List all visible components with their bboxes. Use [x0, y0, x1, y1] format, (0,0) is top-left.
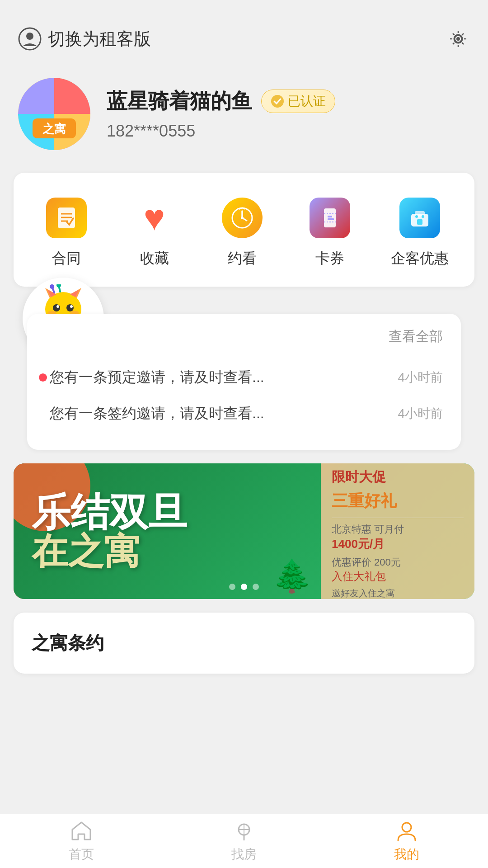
svg-rect-21 [328, 218, 334, 220]
nav-find-room-label: 找房 [231, 846, 257, 863]
svg-rect-26 [417, 219, 422, 225]
notification-item-1[interactable]: 您有一条预定邀请，请及时查看... 4小时前 [50, 359, 443, 396]
banner-right: MOAE | 之寓 元旦好房 限时大促 三重好礼 北京特惠 可月付 1400元/… [321, 463, 474, 599]
verified-text: 已认证 [288, 93, 326, 110]
heart-icon: ♥ [144, 200, 165, 236]
nav-home[interactable]: 首页 [36, 820, 127, 863]
svg-point-41 [50, 284, 54, 289]
svg-point-33 [53, 304, 60, 311]
svg-point-36 [70, 305, 73, 308]
svg-rect-20 [328, 216, 332, 217]
coupon-icon [310, 198, 350, 238]
svg-point-24 [415, 215, 418, 218]
svg-text:之寓: 之寓 [42, 122, 66, 136]
svg-point-16 [241, 217, 244, 219]
action-favorites[interactable]: ♥ 收藏 [127, 195, 182, 269]
enterprise-icon-wrap [397, 195, 442, 241]
dot-1 [229, 584, 235, 590]
unread-dot-1 [39, 373, 47, 382]
action-enterprise-label: 企客优惠 [391, 249, 449, 269]
banner-title-1: 乐结双旦 [32, 492, 312, 533]
switch-icon [18, 27, 42, 51]
notification-time-1: 4小时前 [398, 369, 443, 386]
banner-promo-title: 限时大促 [332, 468, 464, 486]
notification-time-2: 4小时前 [398, 405, 443, 422]
action-contract-label: 合同 [52, 249, 81, 269]
contract-icon-wrap [44, 195, 89, 241]
svg-point-35 [56, 305, 59, 308]
nav-find-room[interactable]: 找房 [199, 820, 289, 863]
favorites-icon-wrap: ♥ [132, 195, 177, 241]
avatar[interactable]: 之寓 [18, 78, 90, 150]
banner-left: 乐结双旦 在之寓 🌲 [14, 463, 321, 599]
promo-d3: 优惠评价 200元 [332, 556, 464, 569]
banner-dots [229, 584, 259, 590]
profile-name-row: 蓝星骑着猫的鱼 已认证 [107, 87, 335, 115]
action-coupon-label: 卡券 [315, 249, 344, 269]
action-appointment-label: 约看 [228, 249, 257, 269]
dot-2 [241, 584, 247, 590]
quick-actions-card: 合同 ♥ 收藏 约看 [14, 173, 474, 287]
svg-point-25 [422, 215, 424, 218]
promo-d4: 入住大礼包 [332, 569, 464, 584]
svg-point-1 [26, 33, 33, 40]
action-enterprise[interactable]: 企客优惠 [391, 195, 449, 269]
terms-card[interactable]: 之寓条约 [14, 613, 474, 674]
nav-mine-label: 我的 [394, 846, 419, 863]
svg-point-34 [66, 304, 74, 311]
banner-promo-sub: 三重好礼 [332, 490, 464, 512]
notification-item-2[interactable]: 您有一条签约邀请，请及时查看... 4小时前 [50, 396, 443, 432]
switch-tenant-btn[interactable]: 切换为租客版 [18, 27, 151, 51]
banner-brand: MOAE | 之寓 元旦好房 [332, 463, 464, 464]
find-room-icon [233, 820, 255, 842]
promo-d2: 1400元/月 [332, 536, 464, 552]
settings-icon[interactable] [446, 27, 470, 51]
view-all-btn[interactable]: 查看全部 [389, 327, 443, 346]
notification-text-1: 您有一条预定邀请，请及时查看... [50, 368, 264, 387]
mine-icon [395, 820, 418, 842]
switch-label: 切换为租客版 [48, 28, 151, 51]
verified-badge: 已认证 [261, 90, 335, 113]
svg-rect-17 [324, 208, 336, 227]
terms-title: 之寓条约 [32, 633, 104, 653]
notification-text-2: 您有一条签约邀请，请及时查看... [50, 404, 264, 424]
clock-icon [222, 198, 263, 238]
contract-icon [46, 198, 87, 238]
enterprise-icon [399, 198, 440, 238]
notification-list: 您有一条预定邀请，请及时查看... 4小时前 您有一条签约邀请，请及时查看...… [45, 359, 443, 432]
banner-text: 乐结双旦 在之寓 [32, 492, 312, 571]
nav-home-label: 首页 [69, 846, 94, 863]
verified-icon [271, 94, 284, 108]
svg-point-4 [456, 37, 460, 41]
profile-name: 蓝星骑着猫的鱼 [107, 87, 252, 115]
action-coupon[interactable]: 卡券 [303, 195, 357, 269]
dot-3 [253, 584, 259, 590]
banner[interactable]: 乐结双旦 在之寓 🌲 MOAE | 之寓 元旦好房 限时大促 三重好礼 北京特惠… [14, 463, 474, 599]
profile-info: 蓝星骑着猫的鱼 已认证 182****0555 [107, 87, 335, 141]
banner-inner: 乐结双旦 在之寓 🌲 MOAE | 之寓 元旦好房 限时大促 三重好礼 北京特惠… [14, 463, 474, 599]
action-favorites-label: 收藏 [140, 249, 169, 269]
notification-header: 查看全部 [45, 323, 443, 359]
profile-phone: 182****0555 [107, 122, 335, 141]
svg-point-8 [271, 95, 284, 108]
notification-section: 查看全部 您有一条预定邀请，请及时查看... 4小时前 您有一条签约邀请，请及时… [14, 314, 474, 450]
action-contract[interactable]: 合同 [39, 195, 94, 269]
nav-mine[interactable]: 我的 [361, 820, 452, 863]
profile-section: 之寓 蓝星骑着猫的鱼 已认证 182****0555 [0, 64, 488, 173]
bottom-nav: 首页 找房 我的 [0, 814, 488, 868]
action-appointment[interactable]: 约看 [215, 195, 269, 269]
appointment-icon-wrap [220, 195, 265, 241]
promo-d5: 邀好友入住之寓 [332, 587, 464, 599]
home-icon [70, 820, 93, 842]
banner-title-2: 在之寓 [32, 533, 312, 571]
svg-point-42 [56, 284, 61, 288]
svg-point-50 [402, 823, 411, 832]
banner-promo-details: 北京特惠 可月付 1400元/月 优惠评价 200元 入住大礼包 邀好友入住之寓… [332, 518, 464, 599]
coupon-icon-wrap [307, 195, 352, 241]
notification-card: 查看全部 您有一条预定邀请，请及时查看... 4小时前 您有一条签约邀请，请及时… [27, 314, 461, 450]
tree-icon: 🌲 [272, 557, 312, 594]
top-bar: 切换为租客版 [0, 0, 488, 64]
promo-d1: 北京特惠 可月付 [332, 523, 464, 536]
